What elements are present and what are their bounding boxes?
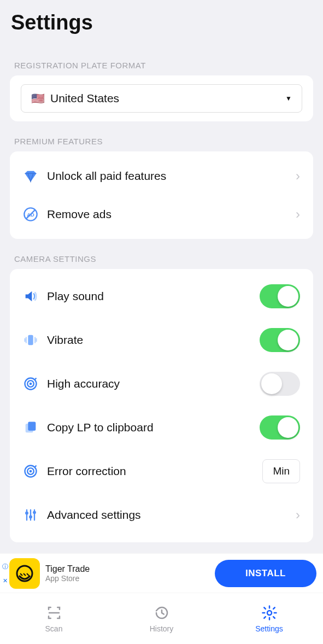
chevron-right-icon: › [296,507,300,523]
row-advanced-settings[interactable]: Advanced settings › [10,493,313,537]
row-label: High accuracy [47,377,260,390]
svg-point-12 [25,512,28,515]
toggle-high-accuracy[interactable] [260,372,300,396]
no-ads-icon: AD [23,207,47,222]
toggle-vibrate[interactable] [260,328,300,352]
chevron-right-icon: › [296,207,300,222]
ad-choices-icon[interactable]: ⓘ ✕ [2,563,8,584]
tab-settings[interactable]: Settings [215,605,323,633]
svg-point-14 [33,511,36,514]
plate-format-select[interactable]: 🇺🇸 United States ▼ [21,84,302,113]
toggle-play-sound[interactable] [260,284,300,308]
ad-app-name: Tiger Trade [45,564,90,574]
svg-point-13 [29,516,32,519]
row-remove-ads[interactable]: AD Remove ads › [10,195,313,233]
diamond-icon [23,168,47,184]
gear-icon [261,605,278,621]
camera-card: Play sound Vibrate High accuracy [10,269,313,542]
dropdown-caret-icon: ▼ [285,95,292,102]
row-label: Remove ads [47,208,296,221]
ad-app-icon [9,558,40,589]
premium-card: Unlock all paid features › AD Remove ads… [10,151,313,239]
tab-scan[interactable]: Scan [0,605,108,633]
history-icon [154,605,170,621]
row-label: Advanced settings [47,508,296,522]
row-label: Play sound [47,290,260,303]
flag-icon: 🇺🇸 [31,92,45,105]
tab-label: History [150,624,174,633]
target-icon [23,464,47,479]
page-header: Settings [0,0,323,45]
svg-point-6 [30,383,32,385]
section-label-premium: PREMIUM FEATURES [0,121,323,151]
tab-label: Settings [255,624,283,633]
install-button[interactable]: INSTALL [215,560,316,587]
row-label: Copy LP to clipboard [47,421,260,434]
sliders-icon [23,507,47,523]
tab-history[interactable]: History [108,605,215,633]
clipboard-icon [23,420,47,435]
row-label: Vibrate [47,333,260,347]
tab-label: Scan [45,624,63,633]
page-title: Settings [11,11,312,34]
svg-point-17 [267,611,272,615]
row-unlock-features[interactable]: Unlock all paid features › [10,157,313,195]
plate-format-card: 🇺🇸 United States ▼ [10,75,313,121]
row-error-correction: Error correction Min [10,449,313,493]
svg-rect-8 [28,422,36,431]
settings-scroll[interactable]: REGISTRATION PLATE FORMAT 🇺🇸 United Stat… [0,45,323,553]
svg-point-11 [30,470,32,473]
sound-icon [23,289,47,304]
section-label-plate: REGISTRATION PLATE FORMAT [0,45,323,75]
svg-rect-3 [28,335,33,346]
scan-icon [46,605,62,621]
ad-banner[interactable]: ⓘ ✕ Tiger Trade App Store INSTALL [0,553,323,593]
row-copy-clipboard: Copy LP to clipboard [10,406,313,449]
error-correction-value[interactable]: Min [262,459,300,483]
row-play-sound: Play sound [10,274,313,318]
ad-app-source: App Store [45,574,90,583]
plate-format-value: United States [50,92,119,105]
target-icon [23,376,47,391]
section-label-camera: CAMERA SETTINGS [0,239,323,269]
tab-bar: Scan History Settings [0,593,323,644]
row-high-accuracy: High accuracy [10,362,313,406]
chevron-right-icon: › [296,168,300,184]
row-label: Unlock all paid features [47,169,296,183]
toggle-copy-clipboard[interactable] [260,415,300,440]
row-vibrate: Vibrate [10,318,313,362]
row-label: Error correction [47,465,262,478]
vibrate-icon [23,332,47,348]
